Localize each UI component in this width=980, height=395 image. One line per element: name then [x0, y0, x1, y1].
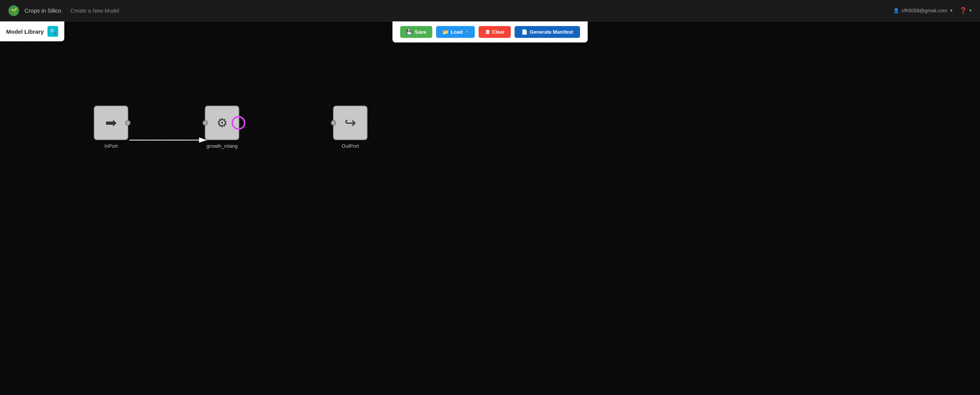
outport-arrow-icon: ↪ [345, 115, 356, 131]
model-library-label: Model Library [6, 28, 44, 35]
model-library-panel: Model Library 🔍 [0, 21, 64, 41]
user-email-text: cfh5058@gmail.com [902, 8, 947, 13]
growth-label: growth_mlang [206, 143, 238, 149]
help-icon: ❓ [959, 7, 967, 14]
inport-node[interactable]: ➡ InPort [94, 106, 128, 149]
save-icon: 💾 [406, 29, 412, 35]
canvas-area[interactable]: ➡ InPort ⚙ growth_mlang ↪ OutPort [0, 21, 980, 395]
account-chevron-icon: ▼ [949, 8, 953, 13]
page-title: Create a New Model [70, 8, 119, 14]
connections-svg [0, 21, 980, 395]
help-chevron-icon: ▼ [969, 8, 972, 13]
user-icon: 👤 [893, 8, 899, 13]
growth-node-box[interactable]: ⚙ [205, 106, 239, 140]
generate-icon: 📄 [521, 29, 528, 35]
svg-text:🌱: 🌱 [11, 8, 18, 14]
navbar-right: 👤 cfh5058@gmail.com ▼ ❓ ▼ [893, 7, 972, 14]
save-button[interactable]: 💾 Save [400, 26, 432, 38]
clear-label: Clear [492, 29, 505, 35]
generate-label: Generate Manifest [530, 29, 573, 35]
growth-output-port-magenta[interactable] [232, 116, 245, 130]
load-icon: 📂 [443, 29, 449, 35]
inport-node-box[interactable]: ➡ [94, 106, 128, 140]
search-icon: 🔍 [50, 28, 56, 34]
load-button[interactable]: 📂 Load ▼ [436, 26, 475, 38]
inport-output-port[interactable] [125, 120, 131, 126]
outport-node-box[interactable]: ↪ [333, 106, 368, 140]
growth-node[interactable]: ⚙ growth_mlang [205, 106, 239, 149]
outport-input-port[interactable] [331, 120, 336, 126]
user-account[interactable]: 👤 cfh5058@gmail.com ▼ [893, 8, 953, 13]
growth-model-icon: ⚙ [217, 116, 228, 130]
inport-arrow-icon: ➡ [105, 115, 117, 131]
model-library-search-button[interactable]: 🔍 [47, 26, 58, 37]
outport-label: OutPort [342, 143, 359, 149]
clear-icon: 🗑 [485, 29, 490, 35]
growth-input-port[interactable] [203, 120, 208, 126]
clear-button[interactable]: 🗑 Clear [479, 26, 511, 38]
brand-name: Crops in Silico [24, 7, 61, 14]
load-label: Load [451, 29, 463, 35]
help-button[interactable]: ❓ ▼ [959, 7, 972, 14]
inport-label: InPort [105, 143, 118, 149]
navbar: 🌱 Crops in Silico Create a New Model 👤 c… [0, 0, 980, 21]
outport-node[interactable]: ↪ OutPort [333, 106, 368, 149]
save-label: Save [415, 29, 426, 35]
load-chevron-icon: ▼ [465, 30, 469, 34]
toolbar-panel: 💾 Save 📂 Load ▼ 🗑 Clear 📄 Generate Manif… [392, 21, 588, 42]
generate-manifest-button[interactable]: 📄 Generate Manifest [514, 26, 580, 38]
app-logo: 🌱 [8, 5, 20, 17]
